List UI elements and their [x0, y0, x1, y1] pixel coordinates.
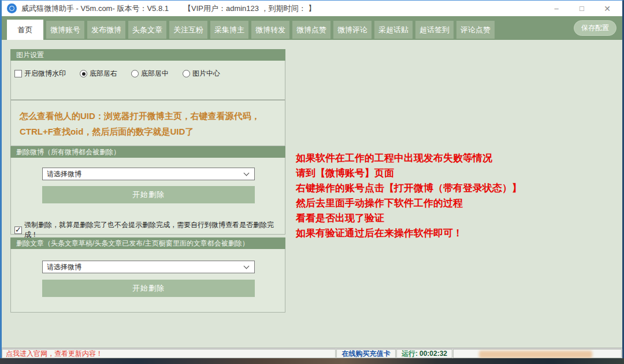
tab-collect-blogger[interactable]: 采集博主: [210, 21, 248, 39]
redacted-blur: [479, 351, 592, 358]
radio-bottom-center-row[interactable]: 底部居中: [131, 69, 169, 79]
delete-article-start-button[interactable]: 开始删除: [42, 280, 255, 297]
tab-toutiao-article[interactable]: 头条文章: [128, 21, 166, 39]
tab-follow-mutual[interactable]: 关注互粉: [169, 21, 207, 39]
image-settings-controls: 开启微博水印 底部居右 底部居中 图片中心: [11, 61, 285, 79]
tab-strip: 首页 微博账号 发布微博 头条文章 关注互粉 采集博主 微博转发 微博点赞 微博…: [7, 20, 495, 40]
tab-supertopic-collect[interactable]: 采超话贴: [374, 21, 413, 39]
titlebar: 威武猫微博助手 - V5m.com- 版本号：V5.8.1 【VIP用户：adm…: [2, 1, 622, 16]
status-bar: 点我进入官网，查看更新内容！ 在线购买充值卡 运行: 00:02:32: [2, 348, 622, 359]
window-title: 威武猫微博助手 - V5m.com- 版本号：V5.8.1: [21, 3, 169, 14]
force-delete-checkbox[interactable]: [14, 226, 22, 234]
desktop-background-strip: [0, 358, 624, 364]
window-controls: – □ ✕: [544, 1, 622, 16]
chevron-down-icon: [244, 170, 250, 176]
app-window: 威武猫微博助手 - V5m.com- 版本号：V5.8.1 【VIP用户：adm…: [0, 0, 624, 364]
tab-weibo-like[interactable]: 微博点赞: [292, 21, 330, 39]
tab-home[interactable]: 首页: [7, 20, 43, 40]
notice-line: 右键操作的账号点击【打开微博（带有登录状态）】: [296, 181, 619, 196]
app-icon-glyph: [9, 6, 14, 11]
watermark-checkbox-row[interactable]: 开启微博水印: [14, 69, 66, 79]
chevron-down-icon: [244, 263, 250, 269]
delete-article-combo-value: 请选择微博: [47, 263, 81, 271]
force-delete-label: 强制删除，就算是删除完了也不会提示删除完成，需要自行到微博查看是否删除完成！: [24, 220, 285, 240]
notice-block: 如果软件在工作的工程中出现发布失败等情况 请到【微博账号】页面 右键操作的账号点…: [296, 151, 619, 241]
tab-weibo-repost[interactable]: 微博转发: [251, 21, 289, 39]
notice-line: 请到【微博账号】页面: [296, 166, 619, 181]
watermark-checkbox[interactable]: [14, 70, 22, 77]
tab-supertopic-checkin[interactable]: 超话签到: [415, 21, 454, 39]
radio-bottom-right-label: 底部居右: [90, 69, 117, 79]
uid-help-panel: 怎么查看他人的UID：浏览器打开微博主页，右键查看源代码， CTRL+F查找oi…: [10, 100, 285, 146]
delete-weibo-combobox[interactable]: 请选择微博: [42, 168, 255, 180]
delete-weibo-body: 请选择微博 开始删除 强制删除，就算是删除完了也不会提示删除完成，需要自行到微博…: [10, 158, 285, 235]
close-button[interactable]: ✕: [595, 1, 620, 16]
radio-image-center[interactable]: [183, 70, 190, 77]
runtime-panel: 运行: 00:02:32: [396, 349, 452, 358]
tab-weibo-account[interactable]: 微博账号: [46, 21, 84, 39]
radio-bottom-right[interactable]: [80, 70, 87, 77]
notice-line: 如果软件在工作的工程中出现发布失败等情况: [296, 151, 619, 166]
status-extra-panel: [453, 349, 622, 358]
radio-image-center-label: 图片中心: [192, 69, 220, 79]
image-settings-body: 开启微博水印 底部居右 底部居中 图片中心: [10, 61, 285, 100]
radio-bottom-center[interactable]: [131, 70, 139, 77]
notice-line: 然后去里面手动操作下软件工作的过程: [296, 196, 619, 211]
buy-card-link[interactable]: 在线购买充值卡: [336, 349, 396, 358]
runtime-label: 运行:: [402, 349, 418, 359]
delete-weibo-start-button[interactable]: 开始删除: [42, 186, 255, 203]
radio-bottom-center-label: 底部居中: [141, 69, 169, 79]
delete-weibo-combo-value: 请选择微博: [47, 170, 81, 178]
watermark-label: 开启微博水印: [24, 69, 66, 79]
tab-weibo-comment[interactable]: 微博评论: [333, 21, 372, 39]
notice-line: 如果有验证通过后在来操作软件即可！: [296, 226, 619, 241]
radio-bottom-right-row[interactable]: 底部居右: [80, 69, 117, 79]
notice-line: 看看是否出现了验证: [296, 211, 619, 226]
maximize-button[interactable]: □: [569, 1, 595, 16]
tab-comment-like[interactable]: 评论点赞: [456, 21, 495, 39]
image-settings-header: 图片设置: [10, 49, 285, 61]
app-icon: [7, 3, 17, 13]
delete-weibo-header: 删除微博（所有微博都会被删除）: [10, 146, 285, 158]
uid-help-line2: CTRL+F查找oid，然后后面的数字就是UID了: [20, 124, 285, 139]
force-delete-row[interactable]: 强制删除，就算是删除完了也不会提示删除完成，需要自行到微博查看是否删除完成！: [14, 220, 285, 240]
official-site-link[interactable]: 点我进入官网，查看更新内容！: [2, 349, 336, 358]
delete-article-combobox[interactable]: 请选择微博: [42, 261, 255, 273]
vip-info: 【VIP用户：admin123 ，到期时间： 】: [184, 3, 315, 14]
minimize-button[interactable]: –: [544, 1, 569, 16]
radio-image-center-row[interactable]: 图片中心: [183, 69, 220, 79]
tab-publish-weibo[interactable]: 发布微博: [87, 21, 125, 39]
delete-article-header: 删除文章（头条文章草稿/头条文章已发布/主页橱窗里面的文章都会被删除）: [10, 237, 285, 249]
tab-bar: 首页 微博账号 发布微博 头条文章 关注互粉 采集博主 微博转发 微博点赞 微博…: [2, 16, 622, 40]
runtime-value: 00:02:32: [419, 350, 447, 358]
save-config-button[interactable]: 保存配置: [574, 20, 616, 36]
uid-help-line1: 怎么查看他人的UID：浏览器打开微博主页，右键查看源代码，: [20, 108, 285, 124]
delete-article-body: 请选择微博 开始删除: [10, 249, 285, 313]
